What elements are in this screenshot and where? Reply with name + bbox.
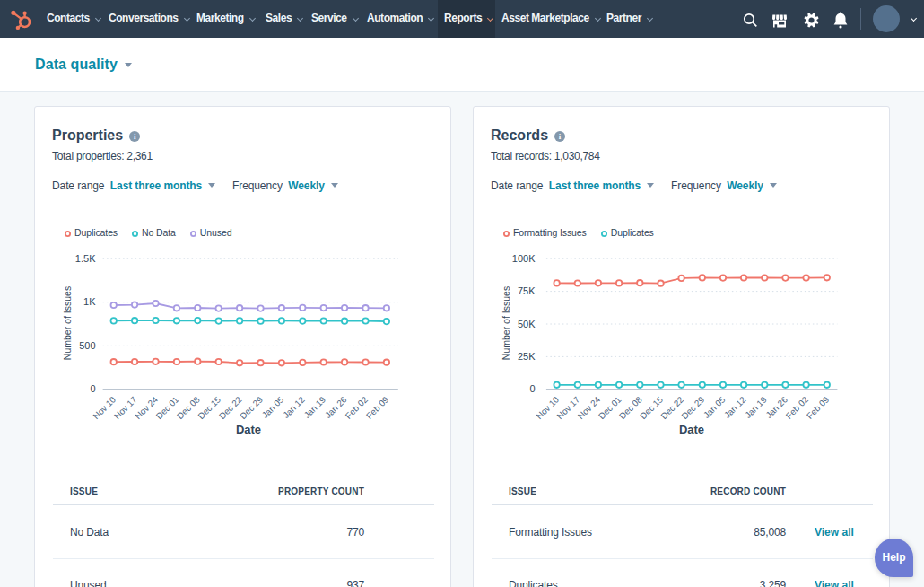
svg-text:Feb 09: Feb 09	[805, 394, 831, 420]
svg-text:75K: 75K	[518, 285, 536, 296]
svg-text:Feb 02: Feb 02	[784, 394, 810, 420]
svg-text:Nov 17: Nov 17	[112, 394, 139, 421]
svg-text:Jan 19: Jan 19	[302, 394, 328, 420]
svg-text:Date: Date	[679, 423, 704, 436]
svg-text:25K: 25K	[518, 351, 536, 362]
svg-text:50K: 50K	[518, 319, 536, 329]
svg-text:Feb 02: Feb 02	[344, 394, 370, 420]
svg-text:Dec 29: Dec 29	[238, 394, 265, 421]
svg-text:Jan 12: Jan 12	[281, 394, 307, 420]
svg-text:Dec 22: Dec 22	[217, 394, 244, 421]
svg-text:Jan 05: Jan 05	[702, 394, 728, 420]
svg-text:Jan 05: Jan 05	[260, 394, 286, 420]
svg-text:500: 500	[79, 340, 95, 351]
svg-text:Feb 09: Feb 09	[364, 394, 390, 420]
svg-text:0: 0	[529, 383, 535, 394]
svg-text:Jan 12: Jan 12	[722, 394, 748, 420]
svg-text:Date: Date	[236, 423, 261, 436]
svg-text:0: 0	[90, 383, 95, 394]
svg-text:100K: 100K	[512, 253, 536, 264]
svg-text:Jan 19: Jan 19	[743, 394, 769, 420]
svg-text:1K: 1K	[83, 296, 96, 307]
svg-text:1.5K: 1.5K	[75, 253, 96, 264]
svg-text:Dec 01: Dec 01	[154, 394, 181, 421]
svg-text:Dec 29: Dec 29	[679, 394, 706, 421]
